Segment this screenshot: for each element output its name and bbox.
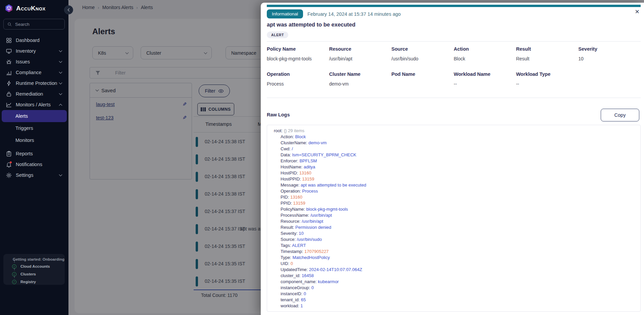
log-entry: Cwd: / [274,146,634,152]
log-entry: Timestamp: 1707905227 [274,249,634,255]
brand-logo[interactable]: AccuKnox [4,4,46,13]
log-key: HostPID [281,170,297,175]
field-value: demo-vm [329,81,392,87]
log-key: Resource [281,219,299,224]
monitor-icon [6,49,11,53]
field-value: Process [267,81,329,87]
alert-timestamp: February 14, 2024 at 15:37 14 minutes ag… [307,11,401,17]
chevron-icon [59,92,62,95]
alert-field: Severity 10 [578,46,641,61]
sidebar-item[interactable]: Remediation [0,89,68,99]
alert-title: apt was attempted to be executed [267,21,355,28]
log-entry: HostName: aditya [274,164,634,170]
sidebar-item-label: Notifications [16,162,62,167]
sidebar-item[interactable]: Monitors / Alerts [0,99,68,110]
log-value: 0 [311,285,314,290]
log-key: Tags [281,243,290,248]
app-root: AccuKnox Search Dashboard Inventory [0,0,644,315]
field-label: Pod Name [391,71,454,77]
sidebar-item[interactable]: Dashboard [0,35,68,46]
log-key: Message [281,182,298,188]
chevron-icon [59,49,62,52]
log-entry: UpdatedTime: 2024-02-14T10:07:07.064Z [274,267,634,273]
sidebar-item[interactable]: Compliance [0,67,68,78]
log-value: 10 [299,231,303,236]
log-key: ClusterName [281,140,306,145]
sidebar-item[interactable]: Issues [0,56,68,67]
copy-button[interactable]: Copy [601,109,639,121]
sidebar-search-input[interactable]: Search [3,19,65,30]
log-value: Process [302,189,318,194]
log-key: Enforcer [281,158,297,163]
chevron-icon [59,173,62,176]
chevron-icon [59,81,62,85]
sidebar-item[interactable]: Settings [0,170,68,180]
log-entry: Type: MatchedHostPolicy [274,255,634,261]
log-value: /usr/bin/apt [302,219,323,224]
sidebar-sub-item[interactable]: Alerts [2,110,67,122]
alert-field: Policy Name block-pkg-mgmt-tools [267,46,329,61]
log-value: apt was attempted to be executed [301,182,366,188]
onboarding-step-label: Clusters [20,272,36,276]
close-icon[interactable]: × [635,8,639,15]
sidebar-item[interactable]: Inventory [0,46,68,56]
sidebar-item-label: Reports [16,151,62,156]
onboarding-step-label: Cloud Accounts [20,264,50,268]
field-value: -- [516,81,579,87]
field-value: 10 [578,56,641,61]
bell-icon [7,162,11,167]
alert-fields-row2: Operation Process Cluster Name demo-vm P… [267,71,641,87]
log-value: demo-vm [308,140,327,145]
log-entry: Action: Block [274,134,634,140]
log-value: Block [295,134,306,139]
severity-accent-bar [267,5,641,7]
sidebar-item-label: Settings [16,172,59,178]
sidebar-collapse-button[interactable] [64,5,73,14]
log-entry: tenant_id: 65 [274,297,634,303]
field-label: Cluster Name [329,71,392,77]
field-label: Severity [578,46,641,52]
log-entry: PPID: 13159 [274,200,634,206]
log-entry: component_name: kubearmor [274,279,634,285]
log-entry: workload: 1 [274,303,634,309]
log-entry: instanceID: 0 [274,291,634,297]
log-value: MatchedHostPolicy [292,255,330,260]
log-value: 65 [301,297,306,302]
field-value: block-pkg-mgmt-tools [267,56,329,61]
sidebar-item[interactable]: Reports [0,148,68,159]
log-key: Operation [281,189,300,194]
log-entry: cluster_id: 16458 [274,273,634,279]
log-key: instanceID [281,291,301,296]
chevron-left-icon [67,8,71,12]
sidebar-sub-item[interactable]: Monitors [0,134,68,146]
log-entry: Source: /usr/bin/sudo [274,237,634,243]
accuknox-logo-icon [4,4,13,13]
sidebar-item[interactable]: Runtime Protection [0,78,68,89]
sidebar-item[interactable]: Notifications [0,159,68,170]
log-key: tenant_id [281,297,299,302]
log-value: 1 [300,303,303,308]
log-key: Data [281,152,290,157]
field-value: /usr/bin/apt [329,56,392,61]
log-entry: ClusterName: demo-vm [274,140,634,146]
log-entry: Operation: Process [274,188,634,194]
bolt-icon [7,81,10,86]
log-key: HostName [281,164,301,169]
lock-icon [7,92,11,96]
log-key: ProcessName [281,213,308,218]
field-label: Workload Type [516,71,579,77]
log-key: Type [281,255,290,260]
log-entry: Tags: ALERT [274,243,634,249]
raw-logs-viewer[interactable]: root: {} 29 items Action: Block ClusterN… [267,125,641,312]
sidebar-sub-item-label: Triggers [15,125,33,131]
alert-detail-panel: Informational February 14, 2024 at 15:37… [261,3,644,315]
log-entry: UID: 0 [274,261,634,267]
item-count: 29 items [288,128,304,133]
chevron-icon [59,70,62,74]
field-value: -- [454,81,516,87]
alert-field: Workload Name -- [454,71,516,87]
onboarding-step[interactable]: ✓ Registry [12,279,65,284]
alert-field: Result Result [516,46,579,61]
sidebar-sub-item[interactable]: Triggers [0,122,68,134]
log-value: 1707905227 [304,249,329,254]
